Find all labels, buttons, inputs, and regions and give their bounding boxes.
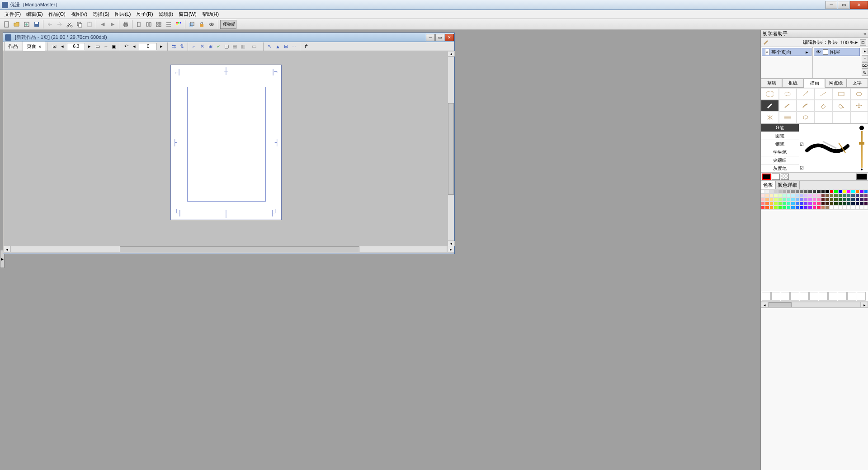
menu-window[interactable]: 窗口(W) [176, 10, 199, 19]
palette-cell[interactable] [765, 197, 769, 202]
palette-cell[interactable] [778, 197, 782, 202]
scroll-right-icon[interactable]: ▸ [861, 302, 868, 308]
background-color[interactable] [772, 174, 780, 180]
tool-palette[interactable] [797, 112, 815, 123]
scroll-up-icon[interactable]: ▴ [448, 51, 455, 56]
eye-icon[interactable]: 👁 [816, 49, 821, 55]
palette-cell[interactable] [825, 206, 829, 210]
tab-draw[interactable]: 描画 [804, 79, 825, 88]
palette-cell[interactable] [765, 206, 769, 210]
palette-cell[interactable] [791, 206, 795, 210]
view-double-button[interactable] [144, 20, 153, 29]
palette-cell[interactable] [787, 189, 791, 193]
frame-cell[interactable] [809, 292, 818, 301]
palette-cell[interactable] [859, 193, 863, 197]
size-slider[interactable] [861, 131, 863, 168]
size-max-icon[interactable] [859, 126, 864, 130]
palette-cell[interactable] [847, 197, 851, 202]
frame-cell[interactable] [800, 292, 809, 301]
palette-cell[interactable] [778, 202, 782, 206]
palette-cell[interactable] [769, 197, 774, 202]
palette-cell[interactable] [799, 202, 803, 206]
palette-cell[interactable] [808, 202, 812, 206]
palette-cell[interactable] [787, 193, 791, 197]
palette-cell[interactable] [816, 193, 821, 197]
menu-file[interactable]: 文件(F) [2, 10, 24, 19]
export-icon[interactable]: ↱ [302, 43, 310, 50]
palette-cell[interactable] [795, 193, 799, 197]
tool-move[interactable] [850, 100, 868, 112]
zoom-fit-icon[interactable]: ⊡ [51, 43, 58, 50]
menu-layer[interactable]: 图层(L) [112, 10, 133, 19]
zoom-in-icon[interactable]: ▸ [86, 43, 93, 50]
palette-cell[interactable] [774, 197, 778, 202]
refresh-icon[interactable]: ↻ [862, 70, 868, 76]
new-button[interactable] [2, 20, 11, 29]
palette-cell[interactable] [808, 206, 812, 210]
palette-cell[interactable] [851, 193, 855, 197]
palette-cell[interactable] [864, 193, 868, 197]
palette-cell[interactable] [834, 202, 838, 206]
select-arrow-icon[interactable]: ▲ [274, 43, 281, 50]
palette-cell[interactable] [765, 189, 769, 193]
palette-cell[interactable] [821, 193, 825, 197]
layer-visible-button[interactable] [207, 20, 216, 29]
brand-button[interactable]: 优动漫 [220, 20, 236, 29]
palette-cell[interactable] [821, 202, 825, 206]
frame-cell[interactable] [838, 292, 847, 301]
guide-opt3-icon[interactable]: ▭ [247, 43, 261, 50]
palette-cell[interactable] [825, 202, 829, 206]
scroll-right-icon[interactable]: ▸ [447, 246, 454, 253]
guide-check-icon[interactable]: ✓ [215, 43, 222, 50]
tab-close-icon[interactable]: × [38, 44, 41, 49]
palette-cell[interactable] [795, 206, 799, 210]
frame-cell[interactable] [790, 292, 799, 301]
snap-grid-icon[interactable]: ⊞ [282, 43, 289, 50]
palette-cell[interactable] [761, 197, 765, 202]
brush-kabura[interactable]: 镝笔 [761, 140, 799, 148]
tab-tone[interactable]: 网点纸 [825, 79, 846, 88]
foreground-color[interactable] [762, 174, 771, 180]
palette-cell[interactable] [859, 189, 863, 193]
palette-cell[interactable] [808, 189, 812, 193]
palette-cell[interactable] [791, 197, 795, 202]
palette-cell[interactable] [859, 197, 863, 202]
rotate-right-icon[interactable]: ▸ [158, 43, 165, 50]
palette-cell[interactable] [821, 189, 825, 193]
tool-brush[interactable] [797, 100, 815, 112]
palette-cell[interactable] [799, 206, 803, 210]
palette-cell[interactable] [838, 197, 842, 202]
minimize-button[interactable]: ─ [826, 1, 837, 9]
palette-cell[interactable] [859, 202, 863, 206]
palette-cell[interactable] [847, 202, 851, 206]
palette-cell[interactable] [769, 189, 774, 193]
palette-cell[interactable] [787, 197, 791, 202]
palette-cell[interactable] [782, 206, 786, 210]
palette-cell[interactable] [830, 197, 834, 202]
palette-cell[interactable] [799, 193, 803, 197]
scroll-left-icon[interactable]: ◂ [3, 246, 10, 253]
tool-rect-select[interactable] [761, 88, 779, 100]
actual-size-icon[interactable]: ▣ [110, 43, 118, 50]
document-titlebar[interactable]: [新建作品 - 1页] (21.00 * 29.70cm 600dpi) ─ ▭… [3, 33, 454, 42]
palette-cell[interactable] [782, 197, 786, 202]
palette-cell[interactable] [825, 193, 829, 197]
scroll-thumb[interactable] [448, 103, 454, 195]
palette-cell[interactable] [774, 202, 778, 206]
palette-cell[interactable] [851, 189, 855, 193]
dropdown-icon[interactable]: ▸ [855, 39, 858, 45]
palette-cell[interactable] [855, 193, 859, 197]
page-structure-item[interactable]: ▫ 整个页面 ▸ [762, 48, 811, 56]
palette-button[interactable] [174, 20, 183, 29]
palette-cell[interactable] [864, 189, 868, 193]
copy-button[interactable] [75, 20, 84, 29]
tool-radial[interactable] [761, 112, 779, 123]
import-button[interactable] [22, 20, 31, 29]
panel-close-icon[interactable]: × [863, 31, 866, 37]
palette-cell[interactable] [838, 206, 842, 210]
pointer-icon[interactable]: ↖ [266, 43, 273, 50]
redo-button[interactable] [55, 20, 64, 29]
rotate-left-icon[interactable]: ◂ [131, 43, 138, 50]
new-layer-icon[interactable]: ▫ [862, 55, 868, 61]
palette-cell[interactable] [812, 197, 816, 202]
